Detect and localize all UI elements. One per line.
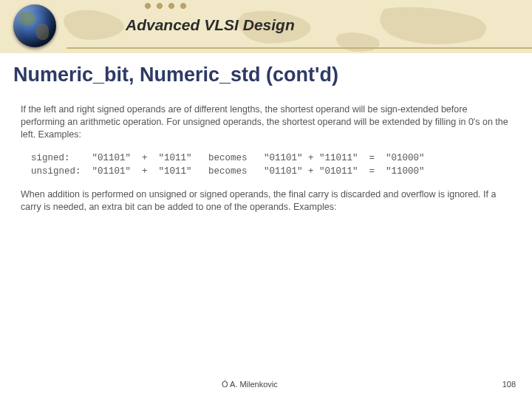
paragraph-overflow: When addition is performed on unsigned o… [21, 188, 511, 214]
slide: Advanced VLSI Design Numeric_bit, Numeri… [0, 0, 532, 399]
slide-body: If the left and right signed operands ar… [21, 103, 511, 224]
slide-title: Numeric_bit, Numeric_std (cont'd) [13, 64, 338, 86]
footer-page-number: 108 [502, 380, 516, 389]
example-block: signed: "01101" + "1011" becomes "01101"… [31, 151, 511, 178]
globe-icon [13, 4, 56, 47]
paragraph-sign-extension: If the left and right signed operands ar… [21, 103, 511, 141]
course-title: Advanced VLSI Design [126, 16, 295, 34]
footer-author: Ó A. Milenkovic [222, 380, 278, 389]
header-band: Advanced VLSI Design [0, 0, 532, 53]
header-divider [66, 47, 532, 49]
